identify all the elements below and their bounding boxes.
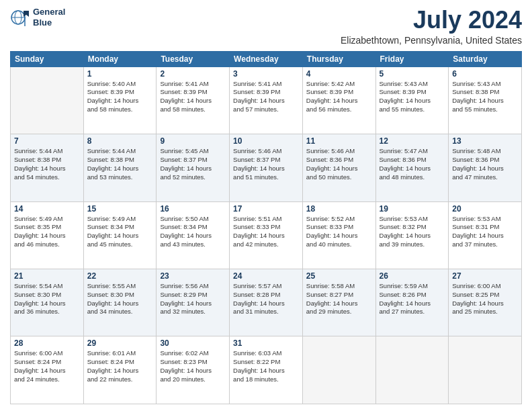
calendar-week-row: 21Sunrise: 5:54 AMSunset: 8:30 PMDayligh… <box>11 269 522 336</box>
table-row: 31Sunrise: 6:03 AMSunset: 8:22 PMDayligh… <box>230 336 303 404</box>
day-number: 7 <box>14 136 80 146</box>
day-info: Sunrise: 5:48 AMSunset: 8:36 PMDaylight:… <box>452 147 518 181</box>
day-number: 1 <box>87 69 153 79</box>
day-info: Sunrise: 5:50 AMSunset: 8:34 PMDaylight:… <box>160 215 226 249</box>
day-info: Sunrise: 5:56 AMSunset: 8:29 PMDaylight:… <box>160 282 226 316</box>
day-info: Sunrise: 5:53 AMSunset: 8:32 PMDaylight:… <box>380 215 445 249</box>
subtitle: Elizabethtown, Pennsylvania, United Stat… <box>341 35 522 46</box>
table-row: 26Sunrise: 5:59 AMSunset: 8:26 PMDayligh… <box>375 269 449 336</box>
day-number: 15 <box>87 204 153 214</box>
day-number: 27 <box>452 271 518 281</box>
day-number: 6 <box>452 69 518 79</box>
day-number: 5 <box>380 69 445 79</box>
table-row <box>375 336 449 404</box>
day-info: Sunrise: 5:45 AMSunset: 8:37 PMDaylight:… <box>160 147 226 181</box>
day-info: Sunrise: 5:46 AMSunset: 8:37 PMDaylight:… <box>233 147 299 181</box>
day-info: Sunrise: 5:44 AMSunset: 8:38 PMDaylight:… <box>87 147 153 181</box>
table-row: 2Sunrise: 5:41 AMSunset: 8:39 PMDaylight… <box>157 66 230 134</box>
day-number: 14 <box>14 204 80 214</box>
table-row: 12Sunrise: 5:47 AMSunset: 8:36 PMDayligh… <box>375 134 449 201</box>
table-row: 21Sunrise: 5:54 AMSunset: 8:30 PMDayligh… <box>11 269 84 336</box>
day-info: Sunrise: 5:57 AMSunset: 8:28 PMDaylight:… <box>233 282 299 316</box>
table-row: 16Sunrise: 5:50 AMSunset: 8:34 PMDayligh… <box>157 201 230 269</box>
table-row <box>11 66 84 134</box>
day-info: Sunrise: 5:43 AMSunset: 8:38 PMDaylight:… <box>452 80 518 114</box>
table-row: 15Sunrise: 5:49 AMSunset: 8:34 PMDayligh… <box>83 201 157 269</box>
day-info: Sunrise: 6:03 AMSunset: 8:22 PMDaylight:… <box>233 349 299 383</box>
day-number: 24 <box>233 271 299 281</box>
day-number: 28 <box>14 338 80 348</box>
table-row: 3Sunrise: 5:41 AMSunset: 8:39 PMDaylight… <box>230 66 303 134</box>
table-row: 10Sunrise: 5:46 AMSunset: 8:37 PMDayligh… <box>230 134 303 201</box>
day-info: Sunrise: 5:59 AMSunset: 8:26 PMDaylight:… <box>380 282 445 316</box>
day-number: 2 <box>160 69 226 79</box>
col-friday: Friday <box>375 51 449 66</box>
table-row: 9Sunrise: 5:45 AMSunset: 8:37 PMDaylight… <box>157 134 230 201</box>
table-row: 27Sunrise: 6:00 AMSunset: 8:25 PMDayligh… <box>449 269 522 336</box>
main-title: July 2024 <box>341 7 522 34</box>
table-row: 7Sunrise: 5:44 AMSunset: 8:38 PMDaylight… <box>11 134 84 201</box>
day-info: Sunrise: 5:44 AMSunset: 8:38 PMDaylight:… <box>14 147 80 181</box>
table-row: 13Sunrise: 5:48 AMSunset: 8:36 PMDayligh… <box>449 134 522 201</box>
day-info: Sunrise: 6:01 AMSunset: 8:24 PMDaylight:… <box>87 349 153 383</box>
day-info: Sunrise: 5:52 AMSunset: 8:33 PMDaylight:… <box>306 215 372 249</box>
col-saturday: Saturday <box>449 51 522 66</box>
day-number: 19 <box>380 204 445 214</box>
table-row: 8Sunrise: 5:44 AMSunset: 8:38 PMDaylight… <box>83 134 157 201</box>
table-row: 5Sunrise: 5:43 AMSunset: 8:39 PMDaylight… <box>375 66 449 134</box>
col-wednesday: Wednesday <box>230 51 303 66</box>
day-info: Sunrise: 5:51 AMSunset: 8:33 PMDaylight:… <box>233 215 299 249</box>
day-info: Sunrise: 5:54 AMSunset: 8:30 PMDaylight:… <box>14 282 80 316</box>
day-number: 18 <box>306 204 372 214</box>
day-info: Sunrise: 5:46 AMSunset: 8:36 PMDaylight:… <box>306 147 372 181</box>
day-number: 11 <box>306 136 372 146</box>
table-row: 20Sunrise: 5:53 AMSunset: 8:31 PMDayligh… <box>449 201 522 269</box>
day-number: 30 <box>160 338 226 348</box>
day-info: Sunrise: 5:49 AMSunset: 8:35 PMDaylight:… <box>14 215 80 249</box>
day-info: Sunrise: 5:41 AMSunset: 8:39 PMDaylight:… <box>233 80 299 114</box>
table-row: 4Sunrise: 5:42 AMSunset: 8:39 PMDaylight… <box>302 66 375 134</box>
day-number: 31 <box>233 338 299 348</box>
calendar-header-row: Sunday Monday Tuesday Wednesday Thursday… <box>11 51 522 66</box>
table-row: 1Sunrise: 5:40 AMSunset: 8:39 PMDaylight… <box>83 66 157 134</box>
title-block: July 2024 Elizabethtown, Pennsylvania, U… <box>341 7 522 46</box>
col-thursday: Thursday <box>302 51 375 66</box>
day-number: 17 <box>233 204 299 214</box>
day-info: Sunrise: 6:00 AMSunset: 8:25 PMDaylight:… <box>452 282 518 316</box>
day-number: 26 <box>380 271 445 281</box>
day-number: 13 <box>452 136 518 146</box>
col-tuesday: Tuesday <box>157 51 230 66</box>
logo: General Blue <box>10 7 65 28</box>
day-number: 16 <box>160 204 226 214</box>
day-number: 29 <box>87 338 153 348</box>
day-number: 9 <box>160 136 226 146</box>
table-row: 17Sunrise: 5:51 AMSunset: 8:33 PMDayligh… <box>230 201 303 269</box>
table-row: 30Sunrise: 6:02 AMSunset: 8:23 PMDayligh… <box>157 336 230 404</box>
table-row: 23Sunrise: 5:56 AMSunset: 8:29 PMDayligh… <box>157 269 230 336</box>
day-info: Sunrise: 6:00 AMSunset: 8:24 PMDaylight:… <box>14 349 80 383</box>
page: General Blue July 2024 Elizabethtown, Pe… <box>0 0 532 411</box>
table-row: 29Sunrise: 6:01 AMSunset: 8:24 PMDayligh… <box>83 336 157 404</box>
day-number: 23 <box>160 271 226 281</box>
day-number: 4 <box>306 69 372 79</box>
day-number: 22 <box>87 271 153 281</box>
table-row: 25Sunrise: 5:58 AMSunset: 8:27 PMDayligh… <box>302 269 375 336</box>
table-row: 19Sunrise: 5:53 AMSunset: 8:32 PMDayligh… <box>375 201 449 269</box>
day-info: Sunrise: 5:55 AMSunset: 8:30 PMDaylight:… <box>87 282 153 316</box>
col-sunday: Sunday <box>11 51 84 66</box>
day-number: 10 <box>233 136 299 146</box>
day-info: Sunrise: 6:02 AMSunset: 8:23 PMDaylight:… <box>160 349 226 383</box>
table-row: 24Sunrise: 5:57 AMSunset: 8:28 PMDayligh… <box>230 269 303 336</box>
col-monday: Monday <box>83 51 157 66</box>
day-number: 25 <box>306 271 372 281</box>
logo-icon <box>10 7 30 28</box>
day-info: Sunrise: 5:42 AMSunset: 8:39 PMDaylight:… <box>306 80 372 114</box>
logo-line1: General <box>33 7 65 17</box>
day-info: Sunrise: 5:47 AMSunset: 8:36 PMDaylight:… <box>380 147 445 181</box>
calendar: Sunday Monday Tuesday Wednesday Thursday… <box>10 51 522 404</box>
table-row: 28Sunrise: 6:00 AMSunset: 8:24 PMDayligh… <box>11 336 84 404</box>
table-row: 18Sunrise: 5:52 AMSunset: 8:33 PMDayligh… <box>302 201 375 269</box>
day-number: 21 <box>14 271 80 281</box>
table-row: 22Sunrise: 5:55 AMSunset: 8:30 PMDayligh… <box>83 269 157 336</box>
calendar-week-row: 7Sunrise: 5:44 AMSunset: 8:38 PMDaylight… <box>11 134 522 201</box>
